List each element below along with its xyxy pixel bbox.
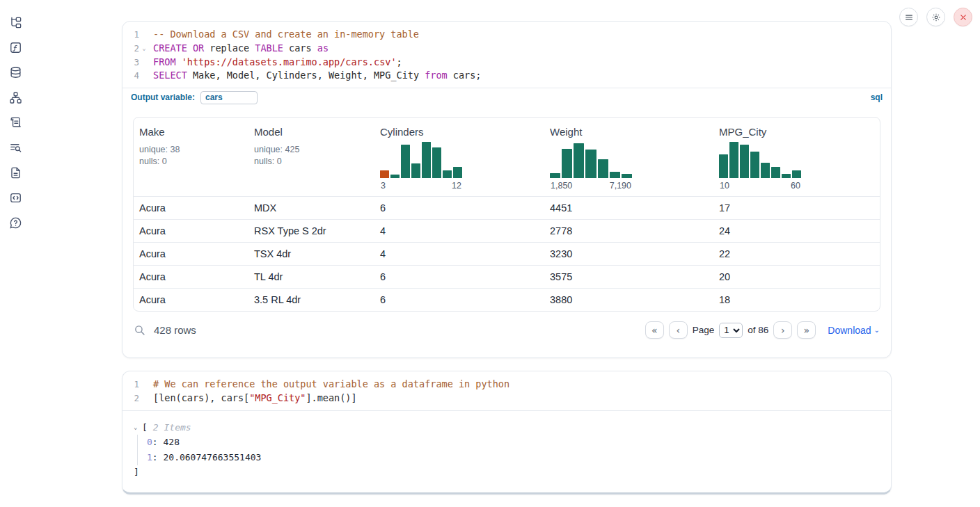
- histogram-bar: [411, 163, 420, 178]
- table-cell: 24: [713, 225, 880, 236]
- table-row[interactable]: AcuraTSX 4dr4323022: [134, 242, 880, 265]
- table-cell: Acura: [134, 225, 248, 236]
- column-stats: unique: 425nulls: 0: [254, 144, 369, 167]
- histogram-weight: 1,8507,190: [550, 142, 632, 191]
- fold-chevron-icon[interactable]: ⌄: [139, 42, 149, 56]
- python-cell: 1# We can reference the output variable …: [122, 371, 892, 494]
- histogram-axis-labels: 1060: [719, 181, 801, 191]
- tree-items-count: 2 Items: [153, 420, 191, 435]
- line-number: 2: [122, 392, 139, 405]
- fold-gutter: [139, 392, 149, 405]
- row-count-label: 428 rows: [154, 324, 196, 336]
- table-footer: 428 rows « ‹ Page 1 of 86 › » Download ⌄: [122, 312, 891, 339]
- function-icon[interactable]: [9, 41, 22, 54]
- column-header-make: Makeunique: 38nulls: 0: [134, 118, 248, 196]
- column-stats: unique: 38nulls: 0: [139, 144, 243, 167]
- column-name[interactable]: Cylinders: [380, 126, 539, 138]
- collapse-chevron-icon[interactable]: ⌄: [134, 420, 142, 435]
- table-header-row: Makeunique: 38nulls: 0Modelunique: 425nu…: [134, 118, 880, 196]
- sql-cell: 1-- Download a CSV and create an in-memo…: [122, 21, 892, 358]
- table-cell: 4: [374, 248, 544, 259]
- histogram-bar: [598, 159, 608, 178]
- fold-gutter: [139, 28, 149, 42]
- histogram-bars: [380, 142, 462, 178]
- tree-close-bracket: ]: [134, 465, 880, 479]
- table-cell: 3.5 RL 4dr: [248, 294, 374, 305]
- code-line: 1-- Download a CSV and create an in-memo…: [122, 28, 891, 42]
- notebook-controls: [899, 8, 972, 26]
- table-cell: 4451: [544, 202, 713, 214]
- download-label: Download: [828, 325, 871, 336]
- fold-gutter: [139, 69, 149, 83]
- histogram-bar: [792, 170, 801, 178]
- chevron-down-icon: ⌄: [874, 326, 880, 334]
- page-label: Page: [693, 325, 715, 335]
- dependency-graph-icon[interactable]: [9, 91, 22, 104]
- table-cell: 3880: [544, 294, 713, 305]
- histogram-bar: [719, 154, 728, 178]
- table-row[interactable]: AcuraRSX Type S 2dr4277824: [134, 219, 880, 242]
- column-name[interactable]: Make: [139, 126, 243, 138]
- table-row[interactable]: AcuraMDX6445117: [134, 196, 880, 219]
- histogram-mpg_city: 1060: [719, 142, 801, 191]
- page-total-label: of 86: [748, 325, 768, 335]
- database-icon[interactable]: [9, 66, 22, 79]
- code-text: FROM 'https://datasets.marimo.app/cars.c…: [149, 56, 402, 70]
- output-variable-label: Output variable:: [131, 92, 195, 102]
- code-line: 2[len(cars), cars["MPG_City"].mean()]: [122, 392, 891, 405]
- tree-open-bracket: [: [142, 420, 148, 435]
- table-cell: 18: [713, 294, 880, 305]
- column-header-weight: Weight1,8507,190: [544, 118, 713, 196]
- code-line: 2⌄CREATE OR replace TABLE cars as: [122, 42, 891, 56]
- code-line: 3FROM 'https://datasets.marimo.app/cars.…: [122, 56, 891, 70]
- prev-page-button[interactable]: ‹: [669, 321, 688, 339]
- column-header-mpg_city: MPG_City1060: [713, 118, 880, 196]
- settings-button[interactable]: [926, 8, 945, 26]
- table-cell: TL 4dr: [248, 271, 374, 282]
- scratchpad-icon[interactable]: [9, 116, 22, 129]
- table-row[interactable]: AcuraTL 4dr6357520: [134, 265, 880, 288]
- pagination: « ‹ Page 1 of 86 › » Download ⌄: [645, 321, 880, 339]
- sql-code-editor[interactable]: 1-- Download a CSV and create an in-memo…: [122, 22, 891, 88]
- shutdown-button[interactable]: [954, 8, 972, 26]
- line-number: 2: [122, 42, 139, 56]
- table-cell: 3230: [544, 248, 713, 259]
- table-cell: Acura: [134, 294, 248, 305]
- histogram-bar: [422, 142, 431, 178]
- document-icon[interactable]: [9, 166, 22, 179]
- table-cell: 4: [374, 225, 544, 236]
- column-name[interactable]: MPG_City: [719, 126, 874, 138]
- download-button[interactable]: Download ⌄: [828, 325, 880, 336]
- column-name[interactable]: Model: [254, 126, 369, 138]
- next-page-button[interactable]: ›: [773, 321, 792, 339]
- search-icon[interactable]: [134, 324, 145, 336]
- table-row[interactable]: Acura3.5 RL 4dr6388018: [134, 288, 880, 311]
- python-code-editor[interactable]: 1# We can reference the output variable …: [122, 371, 891, 410]
- file-tree-icon[interactable]: [9, 16, 22, 29]
- histogram-bar: [610, 172, 620, 178]
- first-page-button[interactable]: «: [645, 321, 664, 339]
- column-name[interactable]: Weight: [550, 126, 708, 138]
- line-number: 3: [122, 56, 139, 70]
- histogram-bar: [550, 173, 560, 178]
- histogram-bar: [740, 145, 749, 178]
- snippets-icon[interactable]: [9, 191, 22, 204]
- tree-entry-value: : 428: [152, 437, 180, 447]
- output-variable-input[interactable]: [200, 91, 258, 104]
- fold-gutter: [139, 378, 149, 392]
- code-text: # We can reference the output variable a…: [149, 378, 509, 392]
- line-number: 4: [122, 69, 139, 83]
- page-select[interactable]: 1: [719, 323, 743, 338]
- logs-search-icon[interactable]: [9, 141, 22, 154]
- tree-entries: 0: 4281: 20.060747663551403: [137, 435, 880, 465]
- histogram-bar: [585, 150, 596, 178]
- histogram-bar: [729, 142, 738, 178]
- tree-entry-value: : 20.060747663551403: [152, 452, 262, 462]
- histogram-axis-labels: 1,8507,190: [550, 181, 632, 191]
- histogram-bars: [719, 142, 801, 178]
- menu-button[interactable]: [899, 8, 918, 26]
- last-page-button[interactable]: »: [797, 321, 816, 339]
- table-cell: 3575: [544, 271, 713, 282]
- code-text: SELECT Make, Model, Cylinders, Weight, M…: [149, 69, 481, 83]
- help-icon[interactable]: [9, 216, 22, 230]
